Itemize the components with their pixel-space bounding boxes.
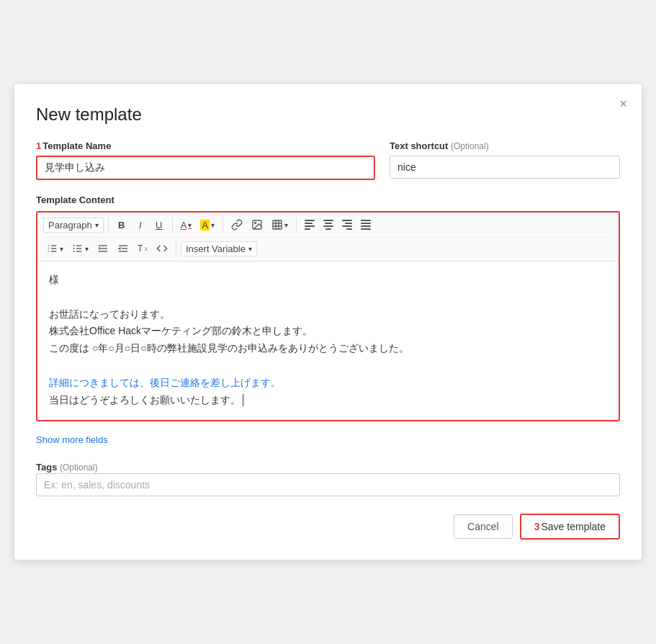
- svg-rect-2: [273, 220, 282, 229]
- divider-4: [296, 218, 297, 232]
- show-more-fields-link[interactable]: Show more fields: [36, 434, 108, 445]
- content-line-5: この度は ○年○月○日○時の弊社施設見学のお申込みをありがとうございました。: [49, 340, 607, 357]
- save-template-button[interactable]: 3Save template: [520, 514, 620, 540]
- divider-2: [172, 218, 173, 232]
- text-shortcut-group: Text shortcut (Optional): [390, 140, 620, 180]
- align-center-button[interactable]: [320, 218, 337, 232]
- badge-3: 3: [534, 521, 540, 532]
- underline-button[interactable]: U: [150, 218, 168, 233]
- badge-1: 1: [36, 140, 41, 151]
- svg-text:3: 3: [48, 249, 50, 253]
- content-line-4: 株式会社Office Hackマーケティング部の鈴木と申します。: [49, 323, 607, 340]
- content-line-3: お世話になっております。: [49, 306, 607, 323]
- text-shortcut-label: Text shortcut (Optional): [390, 140, 620, 151]
- paragraph-chevron: ▾: [95, 221, 99, 229]
- toolbar-row-1: Paragraph ▾ B I U A ▾ A ▾: [43, 217, 613, 233]
- content-line-8: 当日はどうぞよろしくお願いいたします。│: [49, 392, 607, 409]
- tags-input[interactable]: [36, 473, 620, 496]
- template-content-label: Template Content: [36, 194, 620, 205]
- toolbar-row-2: 123 ▾ ▾ Tx: [43, 237, 613, 256]
- paragraph-label: Paragraph: [48, 220, 92, 231]
- paragraph-select[interactable]: Paragraph ▾: [43, 218, 104, 233]
- show-more-row: Show more fields: [36, 433, 620, 446]
- close-button[interactable]: ×: [619, 97, 627, 110]
- divider-1: [108, 218, 109, 232]
- modal-title: New template: [36, 104, 620, 125]
- cancel-button[interactable]: Cancel: [454, 514, 513, 539]
- highlight-arrow: ▾: [211, 221, 215, 229]
- justify-button[interactable]: [357, 218, 374, 232]
- svg-point-17: [73, 248, 75, 249]
- editor-toolbar: Paragraph ▾ B I U A ▾ A ▾: [37, 213, 619, 261]
- italic-button[interactable]: I: [132, 218, 149, 233]
- name-shortcut-row: 1Template Name Text shortcut (Optional): [36, 140, 620, 180]
- template-name-input[interactable]: [36, 156, 375, 180]
- svg-point-18: [73, 251, 75, 252]
- table-button[interactable]: ▾: [268, 217, 292, 233]
- insert-variable-button[interactable]: Insert Variable ▾: [181, 241, 257, 256]
- indent-button[interactable]: [114, 241, 132, 256]
- content-line-2: [49, 289, 607, 306]
- code-button[interactable]: [153, 241, 171, 256]
- footer-row: Cancel 3Save template: [36, 514, 620, 540]
- editor-wrapper: Paragraph ▾ B I U A ▾ A ▾: [36, 211, 620, 421]
- clear-format-button[interactable]: Tx: [134, 241, 151, 256]
- new-template-modal: × New template 1Template Name Text short…: [14, 84, 642, 560]
- content-line-7: 詳細につきましては、後日ご連絡を差し上げます。: [49, 375, 607, 392]
- font-color-arrow: ▾: [188, 221, 192, 229]
- divider-3: [223, 218, 223, 232]
- content-line-1: 様: [49, 272, 607, 289]
- bold-button[interactable]: B: [113, 218, 130, 233]
- editor-content[interactable]: 様 お世話になっております。 株式会社Office Hackマーケティング部の鈴…: [37, 261, 619, 420]
- svg-point-16: [73, 245, 75, 246]
- content-line-6: [49, 357, 607, 375]
- font-color-button[interactable]: A ▾: [177, 218, 196, 233]
- image-button[interactable]: [248, 217, 266, 233]
- highlight-button[interactable]: A ▾: [197, 218, 218, 233]
- text-shortcut-input[interactable]: [390, 156, 620, 179]
- template-name-label: 1Template Name: [36, 140, 375, 151]
- tags-label: Tags (Optional): [36, 462, 98, 473]
- unordered-list-button[interactable]: ▾: [68, 241, 92, 256]
- outdent-button[interactable]: [94, 241, 112, 256]
- link-button[interactable]: [228, 217, 246, 233]
- align-left-button[interactable]: [301, 218, 318, 232]
- align-right-button[interactable]: [338, 218, 356, 232]
- divider-5: [176, 241, 176, 256]
- svg-point-1: [255, 223, 256, 224]
- tags-section: Tags (Optional): [36, 460, 620, 496]
- template-name-group: 1Template Name: [36, 140, 375, 180]
- ordered-list-button[interactable]: 123 ▾: [43, 241, 67, 256]
